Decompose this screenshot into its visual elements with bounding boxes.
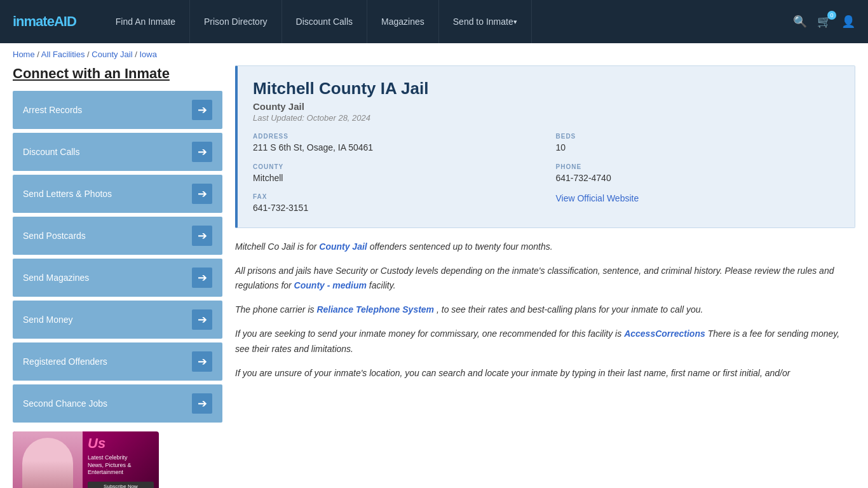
arrow-icon: ➔ bbox=[192, 268, 212, 288]
fax-value: 641-732-3151 bbox=[253, 202, 537, 215]
main-nav: Find An Inmate Prison Directory Discount… bbox=[102, 0, 774, 43]
sidebar-title: Connect with an Inmate bbox=[13, 65, 222, 82]
county-medium-link[interactable]: County - medium bbox=[294, 280, 367, 290]
address-value: 211 S 6th St, Osage, IA 50461 bbox=[253, 142, 537, 154]
arrow-icon: ➔ bbox=[192, 184, 212, 204]
address-label: ADDRESS bbox=[253, 133, 537, 140]
phone-value: 641-732-4740 bbox=[556, 172, 840, 185]
arrow-icon: ➔ bbox=[192, 142, 212, 162]
logo-text: inmateAID bbox=[13, 13, 76, 30]
ad-logo: Us bbox=[88, 435, 154, 452]
description: Mitchell Co Jail is for County Jail offe… bbox=[235, 240, 855, 381]
arrow-icon: ➔ bbox=[192, 226, 212, 246]
sidebar-btn-second-chance-jobs[interactable]: Second Chance Jobs ➔ bbox=[13, 384, 222, 423]
sidebar-btn-send-magazines[interactable]: Send Magazines ➔ bbox=[13, 259, 222, 297]
view-official-website-link[interactable]: View Official Website bbox=[556, 193, 639, 203]
ad-text: Us Latest Celebrity News, Pictures & Ent… bbox=[83, 431, 159, 488]
arrow-icon: ➔ bbox=[192, 309, 212, 330]
main-layout: Connect with an Inmate Arrest Records ➔ … bbox=[0, 65, 868, 488]
facility-info-grid: ADDRESS 211 S 6th St, Osage, IA 50461 BE… bbox=[253, 133, 839, 215]
sidebar-btn-send-money[interactable]: Send Money ➔ bbox=[13, 301, 222, 339]
ad-tagline: Latest Celebrity News, Pictures & Entert… bbox=[88, 454, 154, 477]
user-icon[interactable]: 👤 bbox=[841, 15, 855, 29]
sidebar-btn-arrest-records[interactable]: Arrest Records ➔ bbox=[13, 91, 222, 129]
facility-card: Mitchell County IA Jail County Jail Last… bbox=[235, 65, 855, 228]
fax-label: FAX bbox=[253, 193, 537, 200]
info-beds: BEDS 10 bbox=[556, 133, 840, 154]
sidebar-btn-send-postcards[interactable]: Send Postcards ➔ bbox=[13, 217, 222, 255]
breadcrumb-county-jail[interactable]: County Jail bbox=[92, 50, 132, 59]
county-value: Mitchell bbox=[253, 172, 537, 185]
breadcrumb: Home / All Facilities / County Jail / Io… bbox=[0, 43, 868, 65]
search-icon[interactable]: 🔍 bbox=[793, 15, 807, 29]
ad-content: Us Latest Celebrity News, Pictures & Ent… bbox=[13, 431, 159, 488]
beds-label: BEDS bbox=[556, 133, 840, 140]
info-county: COUNTY Mitchell bbox=[253, 163, 537, 185]
cart-icon[interactable]: 🛒 0 bbox=[817, 15, 831, 29]
breadcrumb-iowa[interactable]: Iowa bbox=[139, 50, 156, 59]
info-phone: PHONE 641-732-4740 bbox=[556, 163, 840, 185]
desc-para-5: If you are unsure of your inmate's locat… bbox=[235, 366, 855, 381]
nav-prison-directory[interactable]: Prison Directory bbox=[190, 0, 282, 43]
county-jail-link[interactable]: County Jail bbox=[319, 241, 367, 252]
nav-find-inmate[interactable]: Find An Inmate bbox=[102, 0, 190, 43]
sidebar-btn-discount-calls[interactable]: Discount Calls ➔ bbox=[13, 133, 222, 171]
sidebar-btn-registered-offenders[interactable]: Registered Offenders ➔ bbox=[13, 342, 222, 381]
header-icons: 🔍 🛒 0 👤 bbox=[793, 15, 855, 29]
ad-subscribe-button[interactable]: Subscribe Now bbox=[88, 482, 154, 488]
facility-updated: Last Updated: October 28, 2024 bbox=[253, 113, 839, 123]
info-address: ADDRESS 211 S 6th St, Osage, IA 50461 bbox=[253, 133, 537, 154]
info-fax: FAX 641-732-3151 bbox=[253, 193, 537, 215]
beds-value: 10 bbox=[556, 142, 840, 154]
access-corrections-link[interactable]: AccessCorrections bbox=[624, 329, 705, 339]
reliance-telephone-link[interactable]: Reliance Telephone System bbox=[316, 304, 434, 315]
desc-para-2: All prisons and jails have Security or C… bbox=[235, 264, 855, 294]
main-content: Mitchell County IA Jail County Jail Last… bbox=[235, 65, 855, 488]
phone-label: PHONE bbox=[556, 163, 840, 170]
sidebar: Connect with an Inmate Arrest Records ➔ … bbox=[13, 65, 222, 488]
sidebar-btn-send-letters[interactable]: Send Letters & Photos ➔ bbox=[13, 175, 222, 213]
ad-image bbox=[13, 431, 83, 488]
logo[interactable]: inmateAID bbox=[13, 13, 76, 30]
nav-discount-calls[interactable]: Discount Calls bbox=[282, 0, 367, 43]
header: inmateAID Find An Inmate Prison Director… bbox=[0, 0, 868, 43]
arrow-icon: ➔ bbox=[192, 351, 212, 372]
nav-magazines[interactable]: Magazines bbox=[367, 0, 439, 43]
sidebar-ad[interactable]: Us Latest Celebrity News, Pictures & Ent… bbox=[13, 431, 159, 488]
county-label: COUNTY bbox=[253, 163, 537, 170]
cart-badge: 0 bbox=[827, 11, 836, 20]
desc-para-1: Mitchell Co Jail is for County Jail offe… bbox=[235, 240, 855, 255]
breadcrumb-home[interactable]: Home bbox=[13, 50, 35, 59]
arrow-icon: ➔ bbox=[192, 100, 212, 120]
nav-send-to-inmate[interactable]: Send to Inmate bbox=[439, 0, 532, 43]
facility-name: Mitchell County IA Jail bbox=[253, 79, 839, 98]
breadcrumb-all-facilities[interactable]: All Facilities bbox=[41, 50, 85, 59]
info-website: View Official Website bbox=[556, 193, 840, 215]
ad-person bbox=[22, 438, 73, 488]
desc-para-3: The phone carrier is Reliance Telephone … bbox=[235, 302, 855, 318]
arrow-icon: ➔ bbox=[192, 393, 212, 414]
facility-type: County Jail bbox=[253, 101, 839, 112]
desc-para-4: If you are seeking to send your inmate m… bbox=[235, 327, 855, 357]
